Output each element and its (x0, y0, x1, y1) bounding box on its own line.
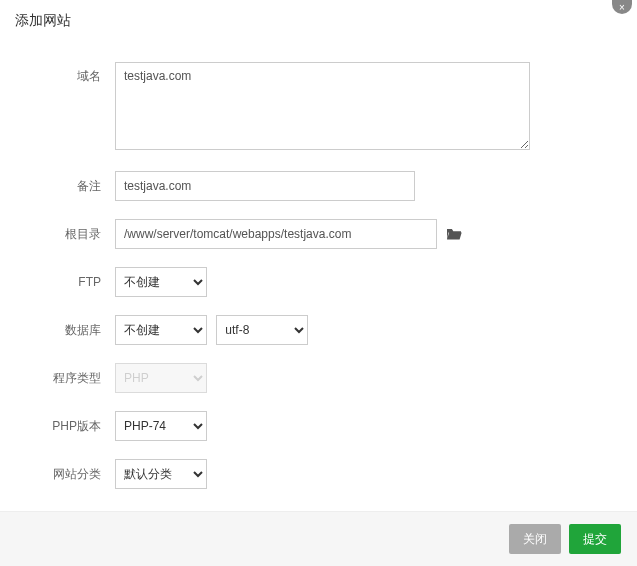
label-ftp: FTP (30, 275, 115, 289)
row-root: 根目录 (30, 219, 607, 249)
root-input[interactable] (115, 219, 437, 249)
label-site-category: 网站分类 (30, 466, 115, 483)
label-root: 根目录 (30, 226, 115, 243)
form-body: 域名 testjava.com 备注 根目录 FTP 不创建 数据库 (0, 42, 637, 527)
database-select[interactable]: 不创建 (115, 315, 207, 345)
row-domain: 域名 testjava.com (30, 62, 607, 153)
submit-button[interactable]: 提交 (569, 524, 621, 554)
row-site-category: 网站分类 默认分类 (30, 459, 607, 489)
cancel-button[interactable]: 关闭 (509, 524, 561, 554)
charset-select[interactable]: utf-8 (216, 315, 308, 345)
label-domain: 域名 (30, 62, 115, 85)
row-remark: 备注 (30, 171, 607, 201)
dialog-title: 添加网站 (0, 0, 637, 42)
site-category-select[interactable]: 默认分类 (115, 459, 207, 489)
domain-textarea[interactable]: testjava.com (115, 62, 530, 150)
label-remark: 备注 (30, 178, 115, 195)
ftp-select[interactable]: 不创建 (115, 267, 207, 297)
program-type-select: PHP (115, 363, 207, 393)
label-program-type: 程序类型 (30, 370, 115, 387)
php-version-select[interactable]: PHP-74 (115, 411, 207, 441)
row-ftp: FTP 不创建 (30, 267, 607, 297)
row-php-version: PHP版本 PHP-74 (30, 411, 607, 441)
label-php-version: PHP版本 (30, 418, 115, 435)
row-database: 数据库 不创建 utf-8 (30, 315, 607, 345)
row-program-type: 程序类型 PHP (30, 363, 607, 393)
remark-input[interactable] (115, 171, 415, 201)
dialog-footer: 关闭 提交 (0, 511, 637, 566)
label-database: 数据库 (30, 322, 115, 339)
folder-open-icon[interactable] (445, 227, 463, 241)
